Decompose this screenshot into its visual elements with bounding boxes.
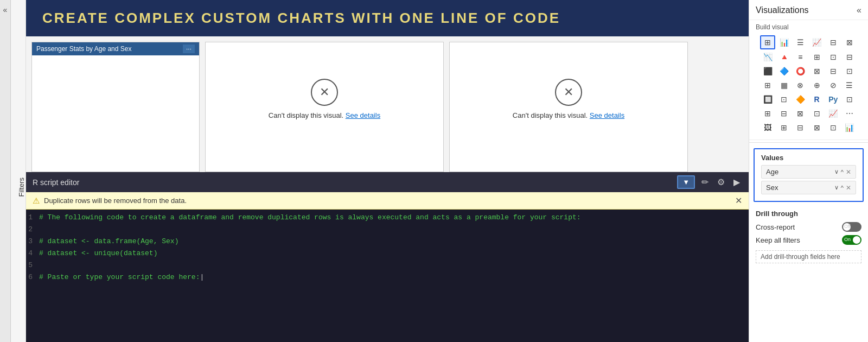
viz-type-area-button[interactable]: ⊟ (826, 35, 841, 49)
collapse-panel-button[interactable]: « (0, 0, 11, 342)
chart-1-title-bar: Passenger Stats by Age and Sex ··· (32, 42, 199, 55)
viz-type-19-button[interactable]: ☰ (842, 79, 857, 92)
field-age-name: Age (766, 168, 778, 176)
editor-settings-button[interactable]: ⚙ (715, 176, 727, 188)
viz-type-r-button[interactable]: R (809, 93, 824, 106)
editor-chevron-button[interactable]: ▼ (677, 175, 695, 189)
filters-label[interactable]: Filters (17, 178, 25, 197)
viz-type-15-button[interactable]: ▦ (776, 79, 792, 92)
error-link-2[interactable]: See details (346, 111, 380, 119)
chart-2: ✕ Can't display this visual. See details (205, 42, 444, 172)
viz-type-6-button[interactable]: ⊡ (826, 50, 841, 64)
error-text-2: Can't display this visual. See details (269, 111, 380, 119)
viz-type-28-button[interactable]: 📈 (826, 107, 841, 120)
error-text-3: Can't display this visual. See details (513, 111, 624, 119)
viz-type-3-button[interactable]: 🔺 (776, 50, 792, 64)
line-number-1: 1 (26, 212, 39, 224)
viz-type-line-button[interactable]: 📈 (809, 35, 824, 49)
code-line-4: 4# dataset <- unique(dataset) (26, 248, 749, 259)
chart-1-title: Passenger Stats by Age and Sex (36, 45, 131, 53)
viz-type-32-button[interactable]: ⊟ (793, 121, 808, 134)
code-line-2: 2 (26, 224, 749, 236)
viz-type-27-button[interactable]: ⊡ (809, 107, 824, 120)
build-visual-label: Build visual (756, 23, 861, 31)
viz-type-20-button[interactable]: 🔲 (760, 93, 775, 106)
panel-collapse-button[interactable]: « (857, 5, 861, 15)
chart-1-more-button[interactable]: ··· (183, 45, 195, 53)
keep-all-filters-toggle[interactable]: On (842, 235, 861, 245)
viz-type-21-button[interactable]: ⊡ (776, 93, 792, 106)
field-sex-chevron[interactable]: ∨ (834, 184, 839, 191)
add-drill-fields-button[interactable]: Add drill-through fields here (756, 250, 861, 263)
editor-toolbar-buttons: ▼ ✏ ⚙ ▶ (677, 175, 742, 189)
viz-type-16-button[interactable]: ⊗ (793, 79, 808, 92)
viz-type-4-button[interactable]: ≡ (793, 50, 808, 64)
field-sex-expand[interactable]: ^ (841, 185, 844, 191)
viz-type-29-button[interactable]: ⋯ (842, 107, 857, 120)
viz-type-14-button[interactable]: ⊞ (760, 79, 775, 92)
field-sex-name: Sex (766, 183, 778, 192)
warning-close-button[interactable]: ✕ (735, 195, 742, 206)
header-title: CREATE COMPLEX CUSTOM CHARTS WITH ONE LI… (42, 10, 560, 26)
viz-type-scatter-button[interactable]: ⊠ (842, 35, 857, 49)
section-divider-1 (749, 142, 868, 143)
field-item-age: Age ∨ ^ ✕ (761, 165, 856, 179)
viz-type-13-button[interactable]: ⊡ (842, 65, 857, 78)
line-content-1: # The following code to create a datafra… (39, 212, 581, 224)
warning-icon: ⚠ (33, 196, 40, 206)
viz-type-7-button[interactable]: ⊟ (842, 50, 857, 64)
chart-1-body (32, 55, 199, 170)
field-age-chevron[interactable]: ∨ (834, 168, 839, 175)
error-link-3[interactable]: See details (590, 111, 624, 119)
field-sex-remove[interactable]: ✕ (846, 184, 851, 192)
viz-type-8-button[interactable]: ⬛ (760, 65, 775, 78)
keep-all-filters-label: Keep all filters (756, 236, 800, 244)
field-age-actions: ∨ ^ ✕ (834, 168, 851, 176)
viz-type-25-button[interactable]: ⊟ (776, 107, 792, 120)
viz-type-33-button[interactable]: ⊠ (809, 121, 824, 134)
viz-type-11-button[interactable]: ⊠ (809, 65, 824, 78)
viz-type-5-button[interactable]: ⊞ (809, 50, 824, 64)
viz-type-17-button[interactable]: ⊕ (809, 79, 824, 92)
code-line-6: 6# Paste or type your script code here: (26, 271, 749, 283)
main-area: CREATE COMPLEX CUSTOM CHARTS WITH ONE LI… (26, 0, 749, 342)
keep-filters-knob (853, 236, 860, 244)
viz-type-12-button[interactable]: ⊟ (826, 65, 841, 78)
viz-type-26-button[interactable]: ⊠ (793, 107, 808, 120)
viz-type-2-button[interactable]: 📉 (760, 50, 775, 64)
viz-type-py-button[interactable]: Py (826, 93, 841, 106)
editor-edit-button[interactable]: ✏ (699, 176, 711, 188)
viz-type-9-button[interactable]: 🔷 (776, 65, 792, 78)
viz-type-18-button[interactable]: ⊘ (826, 79, 841, 92)
warning-content: ⚠ Duplicate rows will be removed from th… (33, 196, 187, 206)
charts-row: Passenger Stats by Age and Sex ··· ✕ Can… (26, 36, 749, 172)
viz-type-31-button[interactable]: ⊞ (776, 121, 792, 134)
cross-report-label: Cross-report (756, 223, 795, 231)
right-panel: Visualizations « Build visual ⊞ 📊 ☰ 📈 ⊟ … (749, 0, 868, 342)
line-number-6: 6 (26, 271, 39, 283)
field-age-expand[interactable]: ^ (841, 169, 844, 175)
editor-run-button[interactable]: ▶ (731, 176, 742, 188)
field-item-sex: Sex ∨ ^ ✕ (761, 181, 856, 194)
viz-type-table-button[interactable]: ⊞ (760, 35, 775, 49)
field-age-remove[interactable]: ✕ (846, 168, 851, 176)
line-content-6: # Paste or type your script code here: (39, 271, 204, 283)
chart-3-body: ✕ Can't display this visual. See details (450, 42, 687, 155)
error-circle-2: ✕ (311, 79, 338, 106)
viz-type-24-button[interactable]: ⊞ (760, 107, 775, 120)
viz-type-23-button[interactable]: ⊡ (842, 93, 857, 106)
keep-all-filters-item: Keep all filters On (756, 235, 861, 245)
viz-type-34-button[interactable]: ⊡ (826, 121, 841, 134)
viz-type-35-button[interactable]: 📊 (842, 121, 857, 134)
field-sex-actions: ∨ ^ ✕ (834, 184, 851, 192)
chart-1: Passenger Stats by Age and Sex ··· (31, 42, 200, 172)
line-content-3: # dataset <- data.frame(Age, Sex) (39, 236, 178, 248)
viz-type-30-button[interactable]: 🖼 (760, 121, 775, 134)
viz-type-10-button[interactable]: ⭕ (793, 65, 808, 78)
code-area[interactable]: 1# The following code to create a datafr… (26, 210, 749, 342)
line-content-4: # dataset <- unique(dataset) (39, 248, 157, 259)
viz-type-22-button[interactable]: 🔶 (793, 93, 808, 106)
viz-type-stacked-bar-button[interactable]: ☰ (793, 35, 808, 49)
cross-report-toggle[interactable]: Off (842, 222, 861, 232)
viz-type-bar-button[interactable]: 📊 (776, 35, 792, 49)
